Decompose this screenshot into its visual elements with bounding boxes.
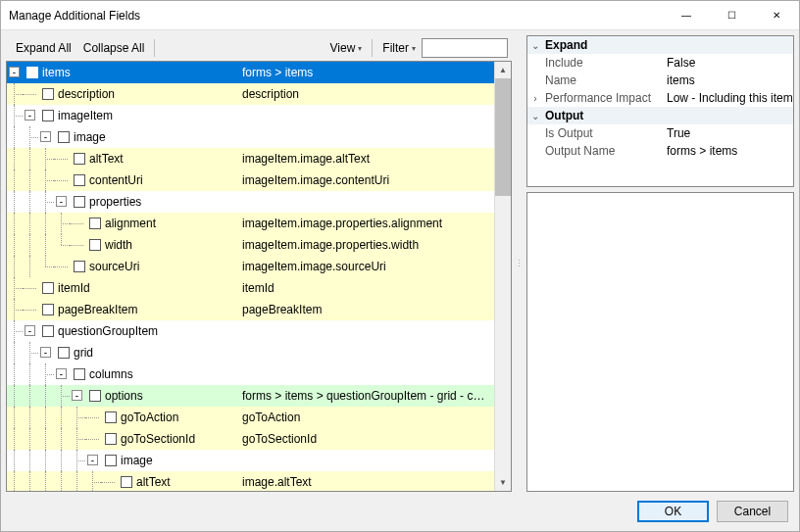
- prop-val-name[interactable]: items: [663, 73, 793, 87]
- tree-node-path: forms > items > questionGroupItem - grid…: [242, 389, 487, 403]
- checkbox[interactable]: [89, 390, 101, 402]
- checkbox[interactable]: [105, 411, 117, 423]
- scroll-thumb[interactable]: [495, 78, 511, 196]
- tree-row[interactable]: descriptiondescription: [7, 83, 494, 105]
- tree-node-label: altText: [89, 152, 124, 166]
- tree-row[interactable]: -image: [7, 450, 494, 471]
- checkbox[interactable]: [58, 131, 70, 143]
- checkbox[interactable]: [42, 304, 54, 315]
- collapse-icon[interactable]: -: [9, 67, 20, 77]
- checkbox[interactable]: [121, 476, 132, 488]
- tree-row[interactable]: alignmentimageItem.image.properties.alig…: [7, 213, 494, 234]
- tree-row[interactable]: -itemsforms > items: [7, 62, 494, 83]
- checkbox[interactable]: [42, 282, 54, 294]
- collapse-icon[interactable]: -: [25, 110, 35, 121]
- collapse-icon[interactable]: -: [56, 196, 67, 207]
- chevron-down-icon[interactable]: ⌄: [527, 40, 543, 51]
- tree-row[interactable]: contentUriimageItem.image.contentUri: [7, 169, 494, 191]
- tree-node-path: description: [242, 87, 299, 101]
- filter-dropdown[interactable]: Filter ▾: [376, 41, 422, 55]
- tree-row[interactable]: goToActiongoToAction: [7, 407, 494, 428]
- minimize-button[interactable]: —: [664, 1, 709, 29]
- collapse-all-button[interactable]: Collapse All: [77, 41, 151, 55]
- checkbox[interactable]: [89, 239, 101, 251]
- ok-button[interactable]: OK: [637, 501, 709, 522]
- checkbox[interactable]: [74, 174, 85, 186]
- tree-node-label: imageItem: [58, 109, 113, 122]
- prop-key-outputname: Output Name: [543, 144, 663, 158]
- tree-row[interactable]: -image: [7, 126, 494, 148]
- prop-val-include[interactable]: False: [663, 56, 793, 70]
- tree-node-label: contentUri: [89, 173, 143, 187]
- tree-node-path: goToAction: [242, 411, 300, 424]
- tree-node-path: imageItem.image.properties.alignment: [242, 217, 442, 230]
- collapse-icon[interactable]: -: [72, 390, 82, 401]
- prop-key-include: Include: [543, 56, 663, 70]
- maximize-button[interactable]: ☐: [709, 1, 754, 29]
- prop-val-isoutput[interactable]: True: [663, 126, 793, 140]
- tree-node-path: imageItem.image.properties.width: [242, 238, 419, 252]
- tree-row[interactable]: -questionGroupItem: [7, 320, 494, 342]
- tree-row[interactable]: itemIditemId: [7, 277, 494, 299]
- checkbox[interactable]: [74, 261, 85, 272]
- tree-node-path: pageBreakItem: [242, 303, 322, 316]
- titlebar[interactable]: Manage Additional Fields — ☐ ✕: [1, 1, 799, 30]
- cancel-button[interactable]: Cancel: [717, 501, 788, 522]
- checkbox[interactable]: [105, 455, 117, 466]
- prop-key-name: Name: [543, 73, 663, 87]
- tree-node-label: options: [105, 389, 143, 403]
- checkbox[interactable]: [105, 433, 117, 445]
- tree-row[interactable]: -grid: [7, 342, 494, 363]
- tree-row[interactable]: -optionsforms > items > questionGroupIte…: [7, 385, 494, 407]
- tree-row[interactable]: pageBreakItempageBreakItem: [7, 299, 494, 320]
- prop-key-isoutput: Is Output: [543, 126, 663, 140]
- scroll-down-icon[interactable]: ▼: [495, 474, 511, 491]
- tree-row[interactable]: altTextimage.altText: [7, 471, 494, 491]
- collapse-icon[interactable]: -: [87, 455, 98, 465]
- tree-node-label: columns: [89, 367, 133, 381]
- tree-row[interactable]: altTextimageItem.image.altText: [7, 148, 494, 169]
- filter-input[interactable]: [422, 38, 508, 58]
- collapse-icon[interactable]: -: [25, 325, 35, 336]
- toolbar-separator: [372, 39, 373, 57]
- tree-node-path: goToSectionId: [242, 432, 317, 446]
- view-dropdown[interactable]: View ▾: [325, 41, 369, 55]
- checkbox[interactable]: [74, 153, 85, 165]
- checkbox[interactable]: [58, 347, 70, 359]
- dialog-buttons: OK Cancel: [6, 497, 794, 526]
- tree-node-path: forms > items: [242, 66, 313, 79]
- expand-all-button[interactable]: Expand All: [10, 41, 77, 55]
- tree-node-label: alignment: [105, 217, 156, 230]
- property-grid[interactable]: ⌄ Expand Include False Name items ›: [526, 35, 794, 187]
- prop-val-perf[interactable]: Low - Including this item will hav: [663, 91, 793, 105]
- tree-row[interactable]: widthimageItem.image.properties.width: [7, 234, 494, 256]
- checkbox[interactable]: [42, 325, 54, 337]
- tree-node-label: image: [74, 130, 106, 144]
- checkbox[interactable]: [89, 218, 101, 229]
- checkbox[interactable]: [42, 88, 54, 100]
- tree-row[interactable]: -imageItem: [7, 105, 494, 126]
- tree-row[interactable]: -columns: [7, 363, 494, 385]
- tree-row[interactable]: sourceUriimageItem.image.sourceUri: [7, 256, 494, 277]
- vertical-scrollbar[interactable]: ▲ ▼: [494, 62, 511, 491]
- splitter[interactable]: ⋮: [517, 35, 522, 492]
- collapse-icon[interactable]: -: [40, 131, 51, 142]
- checkbox[interactable]: [74, 368, 85, 380]
- chevron-right-icon[interactable]: ›: [527, 93, 543, 104]
- tree-node-label: items: [42, 66, 71, 79]
- fields-tree[interactable]: -itemsforms > itemsdescriptiondescriptio…: [6, 61, 512, 492]
- tree-node-label: sourceUri: [89, 260, 139, 273]
- checkbox[interactable]: [26, 67, 38, 78]
- tree-row[interactable]: -properties: [7, 191, 494, 213]
- close-button[interactable]: ✕: [754, 1, 799, 29]
- checkbox[interactable]: [74, 196, 85, 208]
- tree-node-label: properties: [89, 195, 141, 209]
- chevron-down-icon[interactable]: ⌄: [527, 111, 543, 121]
- scroll-up-icon[interactable]: ▲: [495, 62, 511, 78]
- collapse-icon[interactable]: -: [40, 347, 51, 358]
- checkbox[interactable]: [42, 110, 54, 121]
- tree-row[interactable]: goToSectionIdgoToSectionId: [7, 428, 494, 450]
- tree-node-label: itemId: [58, 281, 90, 295]
- collapse-icon[interactable]: -: [56, 368, 67, 379]
- prop-val-outputname[interactable]: forms > items: [663, 144, 793, 158]
